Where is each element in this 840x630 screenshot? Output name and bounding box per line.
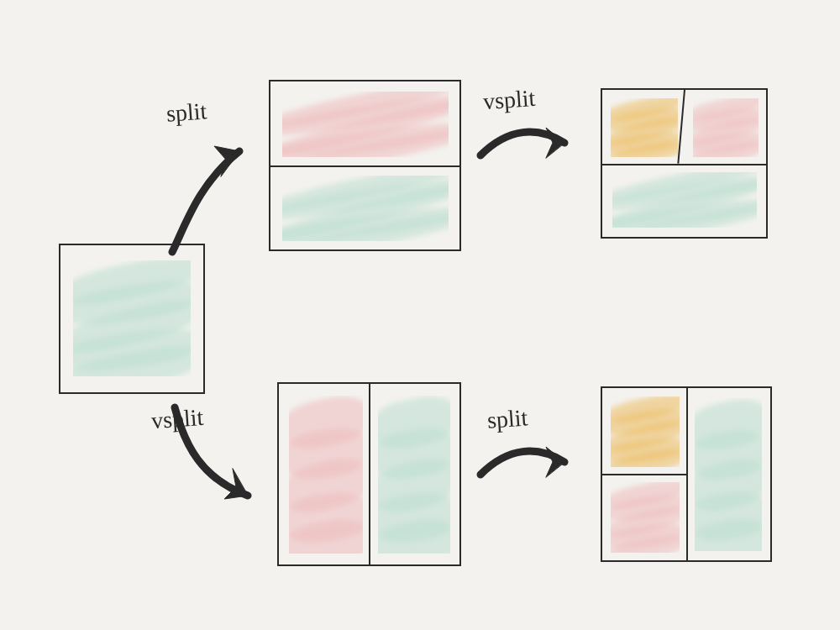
pane-fill-gold [611,396,680,467]
h-divider [602,164,766,165]
top-step2-window [601,88,768,239]
arrow-bottom-step2 [470,437,580,487]
pane-fill-green [73,260,191,376]
label-vsplit-top: vsplit [482,87,536,113]
diagram-canvas: split vsplit vsplit [0,0,840,630]
label-split-bottom: split [486,406,528,432]
pane-fill-gold [611,98,678,157]
pane-fill-green [378,396,450,554]
arrow-top-step2 [470,118,580,168]
h-divider [602,474,686,475]
bottom-step1-window [277,382,461,566]
h-divider [270,165,459,167]
top-step1-window [269,80,461,251]
bottom-step2-window [601,386,772,562]
v-divider [677,90,685,164]
pane-fill-pink [611,482,680,553]
label-split-top: split [165,99,207,125]
v-divider [369,384,370,564]
v-divider [686,388,688,560]
label-vsplit-bottom: vsplit [150,406,204,433]
arrow-root-to-top [147,126,265,256]
pane-fill-green [612,172,757,228]
pane-fill-pink [693,98,759,157]
pane-fill-pink [282,92,449,157]
pane-fill-pink [289,396,363,554]
pane-fill-green [282,176,449,241]
pane-fill-green [695,398,762,551]
root-window [59,244,205,394]
